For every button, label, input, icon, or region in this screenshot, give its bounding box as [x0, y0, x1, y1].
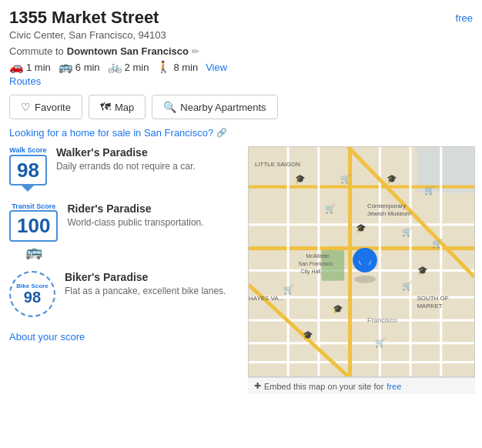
transit-score-title: Rider's Paradise: [67, 202, 203, 215]
map-icon-btn: 🗺: [100, 101, 111, 113]
bike-score-number: 98: [16, 289, 48, 305]
search-icon: 🔍: [163, 101, 176, 113]
svg-text:🛒: 🛒: [283, 284, 294, 295]
walk-arrow: [22, 186, 34, 192]
svg-text:🎓: 🎓: [417, 265, 428, 276]
bus-time: 6 min: [75, 62, 100, 73]
content-area: Walk Score 98 Walker's Paradise Daily er…: [9, 146, 473, 394]
external-link-icon: 🔗: [216, 128, 227, 138]
svg-text:🛒: 🛒: [424, 185, 435, 196]
walk-score-label: Walk Score: [9, 146, 47, 155]
map-svg: LITTLE SAIGON Contemporary Jewish Museum…: [249, 147, 474, 376]
svg-text:Contemporary: Contemporary: [367, 202, 406, 209]
gear-circle: Bike Score 98: [9, 271, 55, 317]
walk-score-item: Walk Score 98 Walker's Paradise Daily er…: [9, 146, 240, 192]
commute-row: Commute to Downtown San Francisco ✏: [9, 45, 473, 57]
transport-bus: 🚌 6 min: [59, 60, 100, 74]
svg-rect-14: [410, 147, 412, 376]
map-panel: LITTLE SAIGON Contemporary Jewish Museum…: [248, 146, 475, 394]
bike-score-badge: Bike Score 98: [9, 271, 55, 317]
svg-text:San Francisco: San Francisco: [299, 261, 333, 266]
nearby-apartments-button[interactable]: 🔍 Nearby Apartments: [152, 95, 277, 119]
embed-text: Embed this map on your site for: [264, 382, 383, 391]
walk-score-number: 98: [17, 159, 39, 182]
transit-score-label: Transit Score: [12, 202, 55, 210]
transit-score-info: Rider's Paradise World-class public tran…: [67, 202, 203, 229]
bike-time: 2 min: [125, 62, 149, 73]
transport-walk: 🚶 8 min: [156, 60, 198, 74]
commute-label: Commute to: [9, 45, 64, 57]
routes-link[interactable]: Routes: [9, 75, 473, 87]
walk-score-title: Walker's Paradise: [56, 146, 196, 159]
home-sale-link[interactable]: Looking for a home for sale in San Franc…: [9, 127, 473, 139]
map-button[interactable]: 🗺 Map: [89, 95, 146, 119]
walk-score-box: 98: [9, 155, 47, 186]
nearby-label: Nearby Apartments: [180, 102, 266, 113]
svg-text:LITTLE SAIGON: LITTLE SAIGON: [255, 161, 300, 168]
svg-rect-15: [440, 147, 442, 376]
embed-link[interactable]: free: [387, 382, 401, 391]
svg-text:Jewish Museum: Jewish Museum: [367, 210, 411, 217]
address-text: Civic Center, San Francisco, 94103: [9, 29, 473, 41]
svg-text:🛒: 🛒: [402, 280, 413, 291]
transport-car: 🚗 1 min: [9, 60, 51, 74]
favorite-label: Favorite: [35, 102, 71, 113]
scores-panel: Walk Score 98 Walker's Paradise Daily er…: [9, 146, 240, 394]
add-scores-link[interactable]: free: [456, 12, 473, 24]
transit-score-badge: Transit Score 100 🚌: [9, 202, 58, 260]
transport-row: 🚗 1 min 🚌 6 min 🚲 2 min 🚶 8 min View: [9, 60, 473, 74]
transit-score-desc: World-class public transportation.: [67, 216, 203, 229]
svg-rect-10: [287, 147, 290, 376]
svg-text:🛒: 🛒: [325, 203, 336, 214]
svg-text:🛒: 🛒: [340, 173, 351, 184]
header-row: 1355 Market Street free: [9, 8, 473, 28]
svg-text:🎓: 🎓: [356, 222, 367, 233]
svg-text:SOUTH OF: SOUTH OF: [417, 295, 449, 302]
car-icon: 🚗: [9, 60, 24, 74]
svg-text:🎓: 🎓: [387, 173, 397, 184]
page-title: 1355 Market Street: [9, 8, 159, 28]
svg-text:🎓: 🎓: [333, 303, 343, 314]
transport-bike: 🚲 2 min: [108, 60, 149, 74]
svg-point-40: [354, 276, 376, 283]
transit-score-item: Transit Score 100 🚌 Rider's Paradise Wor…: [9, 202, 240, 260]
heart-icon: ♡: [21, 101, 31, 113]
main-container: 1355 Market Street free Civic Center, Sa…: [0, 0, 482, 402]
bike-icon: 🚲: [108, 60, 122, 74]
walk-score-desc: Daily errands do not require a car.: [56, 160, 196, 173]
favorite-button[interactable]: ♡ Favorite: [9, 95, 82, 119]
map-container[interactable]: LITTLE SAIGON Contemporary Jewish Museum…: [248, 146, 475, 377]
svg-text:McAllister: McAllister: [306, 253, 330, 259]
bus-icon: 🚌: [59, 60, 73, 74]
embed-bar: ✚ Embed this map on your site for free: [248, 377, 475, 394]
transit-score-number: 100: [17, 215, 50, 237]
commute-destination: Downtown San Francisco: [67, 45, 189, 57]
home-sale-text: Looking for a home for sale in San Franc…: [9, 127, 213, 139]
svg-text:🛒: 🛒: [402, 226, 413, 237]
bike-score-desc: Flat as a pancake, excellent bike lanes.: [65, 285, 226, 298]
svg-text:City Hall: City Hall: [301, 269, 321, 275]
action-buttons: ♡ Favorite 🗺 Map 🔍 Nearby Apartments: [9, 95, 473, 119]
svg-text:🎓: 🎓: [295, 173, 306, 184]
transit-score-box: 100: [9, 210, 58, 242]
view-link[interactable]: View: [206, 62, 227, 73]
walk-time: 8 min: [173, 62, 198, 73]
svg-text:🛒: 🛒: [375, 337, 386, 348]
svg-text:HAYES VA...: HAYES VA...: [249, 295, 283, 302]
gear-inner: Bike Score 98: [16, 283, 48, 306]
bike-score-item: Bike Score 98 Biker's Paradise Flat as a…: [9, 271, 240, 317]
svg-text:MARKET: MARKET: [417, 303, 443, 309]
car-time: 1 min: [26, 62, 51, 73]
map-label: Map: [115, 102, 134, 113]
bike-score-info: Biker's Paradise Flat as a pancake, exce…: [65, 271, 226, 298]
bus-bottom-icon: 🚌: [25, 243, 42, 260]
svg-text:🛒: 🛒: [432, 238, 443, 249]
edit-icon[interactable]: ✏: [192, 46, 199, 57]
svg-text:🎓: 🎓: [303, 329, 313, 340]
home-sale-row: Looking for a home for sale in San Franc…: [9, 127, 473, 139]
svg-text:Francisco: Francisco: [367, 316, 397, 324]
about-score-link[interactable]: About your score: [9, 331, 85, 343]
walk-score-info: Walker's Paradise Daily errands do not r…: [56, 146, 196, 173]
bike-score-title: Biker's Paradise: [65, 271, 226, 283]
plus-icon: ✚: [254, 381, 261, 391]
